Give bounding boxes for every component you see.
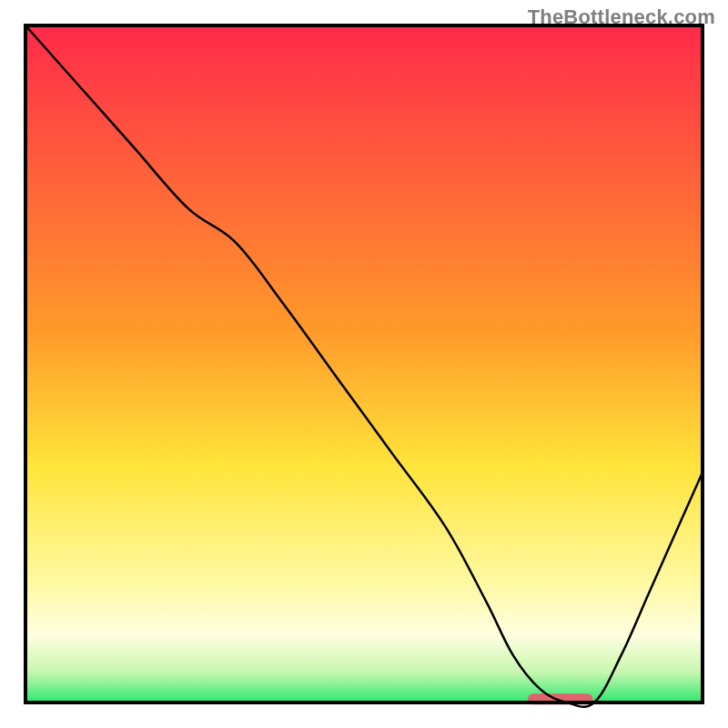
watermark-label: TheBottleneck.com	[528, 5, 715, 29]
plot-gradient-area	[25, 25, 703, 703]
chart-canvas	[0, 0, 728, 728]
bottleneck-chart: TheBottleneck.com	[0, 0, 728, 728]
